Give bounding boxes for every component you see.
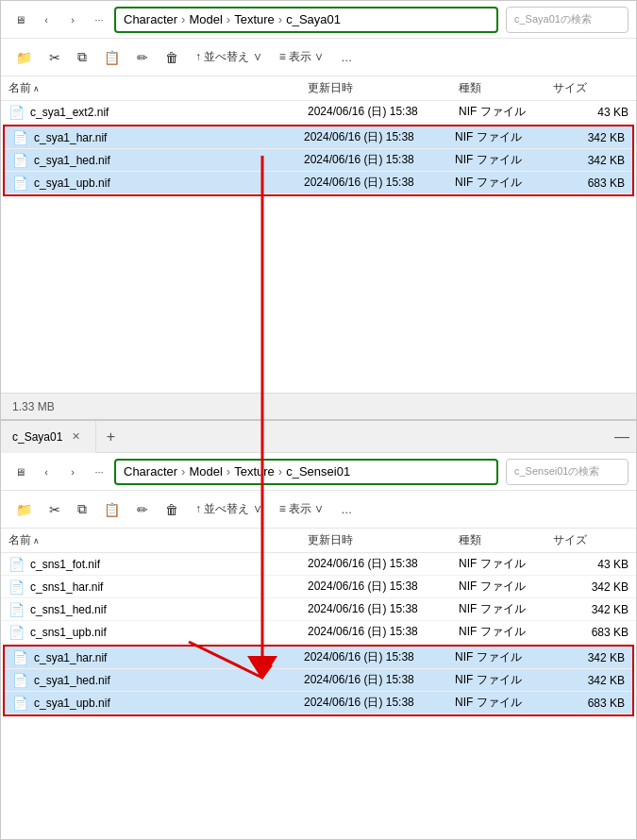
col-date-top[interactable]: 更新日時 [308,80,459,96]
file-type: NIF ファイル [455,695,549,711]
file-name-cell: 📄 c_sns1_upb.nif [8,625,308,640]
rename-btn[interactable]: ✏ [129,46,156,69]
delete-btn-b[interactable]: 🗑 [158,498,186,521]
table-row[interactable]: 📄 c_sya1_hed.nif 2024/06/16 (日) 15:38 NI… [5,669,632,692]
col-name-top[interactable]: 名前 ∧ [8,80,308,96]
file-name-cell: 📄 c_sya1_upb.nif [12,696,304,711]
col-size-bottom[interactable]: サイズ [553,532,629,548]
file-icon: 📄 [8,580,25,595]
file-icon: 📄 [12,650,28,665]
search-box-top[interactable]: c_Saya01の検索 [506,7,629,33]
more-options-label: … [341,51,352,64]
col-type-bottom[interactable]: 種類 [459,532,553,548]
file-size: 342 KB [549,154,625,167]
sort-btn[interactable]: ↑ 並べ替え ∨ [188,45,270,69]
tab-add-btn[interactable]: + [96,423,125,451]
file-type: NIF ファイル [459,104,553,120]
table-row[interactable]: 📄 c_sns1_har.nif 2024/06/16 (日) 15:38 NI… [1,576,636,598]
address-part-2: Model [189,12,222,26]
rename-btn-b[interactable]: ✏ [129,498,156,521]
sort-btn-b[interactable]: ↑ 並べ替え ∨ [188,497,270,521]
file-date: 2024/06/16 (日) 15:38 [304,152,455,168]
file-list-top: 📄 c_sya1_ext2.nif 2024/06/16 (日) 15:38 N… [1,101,636,196]
toolbar-bottom: 📁 ✂ ⧉ 📋 ✏ 🗑 ↑ 並べ替え ∨ ≡ 表示 ∨ … [1,491,636,529]
table-row[interactable]: 📄 c_sya1_har.nif 2024/06/16 (日) 15:38 NI… [5,126,632,149]
table-row[interactable]: 📄 c_sya1_hed.nif 2024/06/16 (日) 15:38 NI… [5,149,632,172]
view-btn[interactable]: ≡ 表示 ∨ [272,45,332,69]
table-row[interactable]: 📄 c_sns1_upb.nif 2024/06/16 (日) 15:38 NI… [1,621,636,644]
back-btn-top[interactable]: ‹ [35,8,58,31]
table-row[interactable]: 📄 c_sya1_ext2.nif 2024/06/16 (日) 15:38 N… [1,101,636,124]
search-placeholder-top: c_Saya01の検索 [514,12,592,26]
file-list-bottom: 📄 c_sns1_fot.nif 2024/06/16 (日) 15:38 NI… [1,553,636,716]
file-name-cell: 📄 c_sya1_har.nif [12,130,304,145]
cut-btn-b[interactable]: ✂ [42,498,68,521]
file-icon: 📄 [8,602,25,617]
file-icon: 📄 [8,625,25,640]
file-size: 683 KB [549,697,625,710]
file-icon: 📄 [12,673,28,688]
more-btn-bottom[interactable]: ··· [88,461,110,483]
copy-icon-b: ⧉ [77,501,87,517]
monitor-icon-top[interactable]: 🖥 [8,8,31,31]
tab-bar-bottom: c_Saya01 ✕ + — [1,421,636,453]
tab-close-btn[interactable]: ✕ [68,428,84,445]
view-label-b: ≡ 表示 ∨ [279,501,325,517]
col-name-bottom[interactable]: 名前 ∧ [8,532,308,548]
file-size: 683 KB [549,176,625,190]
file-date: 2024/06/16 (日) 15:38 [308,601,459,617]
paste-btn[interactable]: 📋 [96,46,127,69]
tab-saya01[interactable]: c_Saya01 ✕ [1,421,96,453]
view-btn-b[interactable]: ≡ 表示 ∨ [272,497,332,521]
table-row[interactable]: 📄 c_sya1_har.nif 2024/06/16 (日) 15:38 NI… [5,647,632,669]
address-part-b2: Model [189,464,222,479]
cut-btn[interactable]: ✂ [42,46,68,69]
table-row[interactable]: 📄 c_sya1_upb.nif 2024/06/16 (日) 15:38 NI… [5,692,632,714]
address-bar-bottom[interactable]: Character › Model › Texture › c_Sensei01 [114,459,498,485]
monitor-icon-bottom[interactable]: 🖥 [8,461,31,483]
file-type: NIF ファイル [455,152,549,168]
file-name: c_sya1_upb.nif [34,697,110,710]
more-options-btn-b[interactable]: … [333,499,360,520]
file-icon: 📄 [12,130,28,145]
back-btn-bottom[interactable]: ‹ [35,461,58,483]
delete-btn[interactable]: 🗑 [158,46,186,69]
search-box-bottom[interactable]: c_Sensei01の検索 [506,459,629,485]
new-folder-icon: 📁 [16,50,32,65]
address-part-b4: c_Sensei01 [286,464,350,479]
new-item-btn[interactable]: 📁 [8,46,40,69]
table-row[interactable]: 📄 c_sns1_fot.nif 2024/06/16 (日) 15:38 NI… [1,553,636,576]
minimize-btn[interactable]: — [608,423,636,451]
file-name-cell: 📄 c_sya1_upb.nif [12,176,304,191]
address-part-b1: Character [124,464,177,479]
table-row[interactable]: 📄 c_sns1_hed.nif 2024/06/16 (日) 15:38 NI… [1,598,636,621]
forward-btn-bottom[interactable]: › [61,461,84,483]
copy-btn-b[interactable]: ⧉ [70,497,94,521]
file-size: 342 KB [549,674,625,687]
file-size: 43 KB [553,106,629,119]
more-options-btn[interactable]: … [333,47,360,68]
file-icon: 📄 [12,176,28,191]
file-size: 342 KB [549,131,625,144]
file-name: c_sns1_hed.nif [30,603,107,616]
sort-arrow-name: ∧ [33,84,40,93]
col-date-bottom[interactable]: 更新日時 [308,532,459,548]
file-name: c_sns1_har.nif [30,580,103,594]
explorer-window-top: 🖥 ‹ › ··· Character › Model › Texture › … [0,0,637,420]
col-type-top[interactable]: 種類 [459,80,553,96]
file-name: c_sya1_hed.nif [34,154,110,167]
copy-btn[interactable]: ⧉ [70,45,94,69]
more-btn-top[interactable]: ··· [88,8,110,31]
new-item-btn-b[interactable]: 📁 [8,498,40,521]
address-bar-top[interactable]: Character › Model › Texture › c_Saya01 [114,7,498,33]
file-name-cell: 📄 c_sns1_har.nif [8,580,308,595]
address-part-4: c_Saya01 [286,12,341,26]
col-size-top[interactable]: サイズ [553,80,629,96]
file-date: 2024/06/16 (日) 15:38 [308,556,459,572]
paste-btn-b[interactable]: 📋 [96,498,127,521]
table-row[interactable]: 📄 c_sya1_upb.nif 2024/06/16 (日) 15:38 NI… [5,172,632,194]
minimize-icon: — [614,428,629,445]
forward-btn-top[interactable]: › [61,8,84,31]
file-type: NIF ファイル [455,129,549,145]
file-date: 2024/06/16 (日) 15:38 [308,579,459,595]
